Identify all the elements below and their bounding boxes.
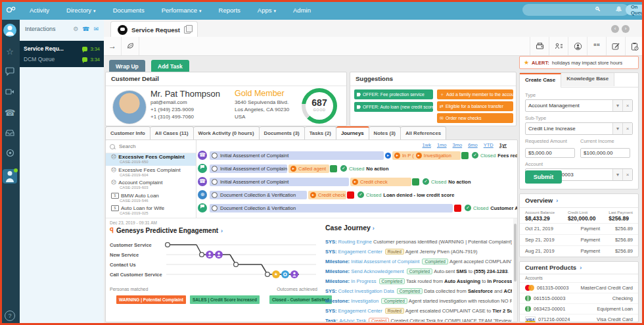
action-pill[interactable]: ＋Add a family member to the account bbox=[437, 89, 513, 99]
transfer-arrow-icon[interactable]: → bbox=[104, 37, 122, 55]
tab-service-request[interactable]: Service Request bbox=[110, 21, 198, 38]
customer-phone-1[interactable]: +1 (949) 235-9009 bbox=[150, 107, 194, 113]
offer-pill[interactable]: OFFER: Auto loan (new credit score) bbox=[354, 102, 433, 112]
journey-row[interactable]: ☎Initial Assessment of Complaint▸▸In P (… bbox=[198, 151, 518, 161]
journey-stage-bar[interactable]: Initial Assessment of Complaint bbox=[210, 178, 349, 186]
journey-event-segment[interactable]: ▸Called agent bbox=[288, 164, 329, 173]
clear-icon[interactable]: × bbox=[622, 123, 632, 134]
settings-disc-icon[interactable] bbox=[5, 149, 15, 159]
product-row[interactable]: 061315-00003MasterCard Credit Card bbox=[520, 283, 638, 293]
type-select[interactable]: Account Management ▾× bbox=[525, 99, 633, 112]
add-task-button[interactable]: Add Task bbox=[151, 60, 189, 73]
case-search-input[interactable] bbox=[118, 143, 186, 150]
dot-badge[interactable] bbox=[281, 270, 289, 278]
case-journey-event[interactable]: SYS: Routing Engine Customer personas id… bbox=[325, 239, 512, 247]
customer-email[interactable]: pat@email.com bbox=[150, 99, 187, 105]
person-badge[interactable] bbox=[290, 270, 298, 278]
on-queue-toggle[interactable]: On Queue bbox=[626, 5, 644, 15]
menu-item-reports[interactable]: Reports bbox=[210, 7, 249, 14]
phone-icon[interactable]: ☎ bbox=[5, 108, 15, 118]
case-journey-event[interactable]: SYS: Engagement Center RoutedAgent escal… bbox=[325, 308, 512, 316]
search-icon[interactable]: 🔍︎ bbox=[595, 6, 601, 12]
product-row[interactable]: 063423-00001Equipment Loan bbox=[520, 304, 638, 314]
interaction-row[interactable]: DCM Queue3:34 bbox=[24, 54, 100, 64]
open-case-journey-chevron[interactable]: › bbox=[373, 225, 375, 232]
subtype-select[interactable]: Credit Line Increase ▾× bbox=[525, 122, 633, 135]
video-icon[interactable] bbox=[5, 88, 15, 98]
tab-create-case[interactable]: Create Case bbox=[520, 73, 561, 88]
schedule-clipboard-icon[interactable] bbox=[625, 37, 644, 55]
compose-icon[interactable] bbox=[606, 37, 625, 55]
case-list-item[interactable]: $Auto Loan for WifeCASE-2019-025 bbox=[106, 205, 196, 217]
range-1mo[interactable]: 1mo bbox=[437, 142, 447, 148]
chat-icon[interactable] bbox=[5, 67, 15, 78]
case-list-item[interactable]: ☹Excessive Fees ComplaintCASE-2019-604 bbox=[106, 166, 196, 179]
tab-documents-3-[interactable]: Documents (3) bbox=[260, 126, 305, 141]
open-engagement-chevron[interactable]: › bbox=[221, 228, 223, 234]
chevron-down-icon[interactable]: ▾ bbox=[612, 169, 622, 180]
journey-event-segment[interactable]: ▸Credit check bbox=[350, 178, 411, 186]
nav-forward-icon[interactable]: › bbox=[622, 25, 630, 33]
range-1wk[interactable]: 1wk bbox=[423, 142, 431, 148]
global-search-input[interactable] bbox=[522, 4, 629, 16]
case-search-box[interactable] bbox=[106, 140, 196, 153]
journey-node[interactable] bbox=[166, 243, 170, 247]
journey-row[interactable]: Document Collection & Verification✓Close… bbox=[198, 203, 518, 214]
interactions-person-icon[interactable] bbox=[3, 169, 17, 184]
journey-node[interactable] bbox=[265, 272, 270, 277]
clear-icon[interactable]: × bbox=[622, 169, 632, 180]
nav-back-icon[interactable]: ‹ bbox=[611, 25, 619, 33]
range-1yr[interactable]: 1yr bbox=[499, 142, 507, 148]
case-list-item[interactable]: ☹Account ComplaintCASE-2019-603 bbox=[106, 179, 196, 191]
open-overview-chevron[interactable]: › bbox=[556, 194, 558, 207]
notifications-bell-icon[interactable]: 🔔︎ bbox=[615, 5, 622, 13]
dialpad-phone-icon[interactable]: ☎ bbox=[82, 26, 89, 32]
journey-stage-bar[interactable]: Document Collection & Verification bbox=[210, 204, 453, 213]
person-badge[interactable] bbox=[215, 251, 223, 259]
journey-node[interactable] bbox=[200, 253, 204, 257]
person-circle-icon[interactable] bbox=[568, 37, 587, 55]
open-products-chevron[interactable]: › bbox=[580, 262, 582, 274]
case-journey-event[interactable]: SYS: Collect Investigation Data Complete… bbox=[325, 288, 512, 296]
journey-row[interactable]: Initial Assessment of Complaint▸Called a… bbox=[198, 164, 518, 174]
inbox-icon[interactable] bbox=[5, 128, 15, 139]
chevron-down-icon[interactable]: ▾ bbox=[612, 123, 622, 134]
clear-icon[interactable]: × bbox=[622, 100, 632, 111]
range-YTD[interactable]: YTD bbox=[484, 142, 494, 148]
journey-node[interactable] bbox=[234, 262, 239, 267]
interaction-row[interactable]: Service Requ...3:34 bbox=[24, 43, 100, 54]
tab-all-references[interactable]: All References bbox=[401, 126, 446, 141]
tab-all-cases-11-[interactable]: All Cases (11) bbox=[150, 126, 194, 141]
person-badge[interactable] bbox=[206, 251, 214, 259]
case-journey-event[interactable]: Milestone: Initial Assessment of Complai… bbox=[325, 259, 512, 266]
requested-amount-input[interactable] bbox=[525, 148, 575, 158]
product-row[interactable]: 061515-00003Checking bbox=[520, 293, 638, 304]
journey-stage-bar[interactable]: Initial Assessment of Complaint bbox=[210, 164, 287, 173]
wrap-up-button[interactable]: Wrap Up bbox=[109, 60, 145, 73]
journey-row[interactable]: ☎Initial Assessment of Complaint▸Credit … bbox=[198, 177, 518, 188]
quote-icon[interactable]: ““ bbox=[587, 37, 606, 55]
case-journey-event[interactable]: Milestone: Send Acknowledgement Complete… bbox=[325, 268, 512, 276]
profile-avatar[interactable] bbox=[3, 24, 16, 37]
customer-phone-2[interactable]: +1 (310) 499-7060 bbox=[150, 114, 194, 120]
interaction-card[interactable]: Service Requ...3:34DCM Queue3:34 bbox=[20, 41, 104, 67]
submit-button[interactable]: Submit bbox=[525, 170, 562, 184]
panel-scrollbar[interactable] bbox=[513, 218, 517, 322]
tab-knowledge-base[interactable]: Knowledge Base bbox=[561, 73, 614, 86]
case-journey-event[interactable]: Milestone: In Progress CompletedTask rou… bbox=[325, 278, 512, 286]
star-badge[interactable]: ★ bbox=[272, 270, 280, 278]
payment-row[interactable]: Sep 21, 2019Payment$256.89 bbox=[520, 234, 638, 245]
case-journey-event[interactable]: Milestone: Investigation CompletedAgent … bbox=[325, 298, 512, 306]
menu-item-activity[interactable]: Activity bbox=[21, 7, 58, 14]
menu-item-performance[interactable]: Performance▾ bbox=[153, 7, 210, 14]
tab-notes-3-[interactable]: Notes (3) bbox=[369, 126, 401, 141]
case-list-item[interactable]: ☹Excessive Fees ComplaintCASE-2019-650 bbox=[106, 153, 196, 166]
chevron-down-icon[interactable]: ▾ bbox=[612, 100, 622, 111]
journey-stage-bar[interactable]: Initial Assessment of Complaint bbox=[210, 151, 384, 160]
payment-row[interactable]: Oct 21, 2019Payment$256.89 bbox=[520, 223, 638, 234]
range-6mo[interactable]: 6mo bbox=[468, 142, 478, 148]
menu-item-apps[interactable]: Apps▾ bbox=[249, 7, 285, 14]
journey-event-segment[interactable]: ▸In P (▸Investigation bbox=[392, 151, 461, 160]
offer-pill[interactable]: OFFER: Fee protection service bbox=[354, 89, 433, 99]
case-list-item[interactable]: $BMW Auto LoanCASE-2019-546 bbox=[106, 192, 196, 205]
